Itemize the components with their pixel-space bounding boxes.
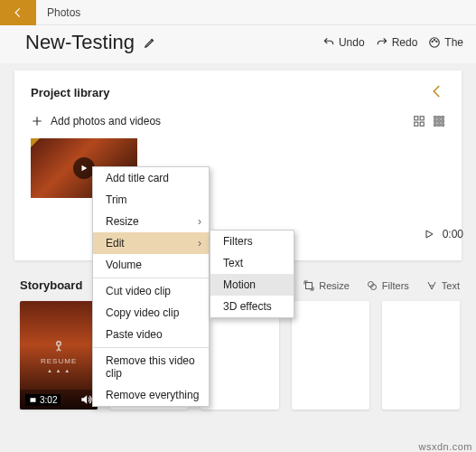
story-text-label: Text <box>442 280 460 291</box>
menu-copy[interactable]: Copy video clip <box>93 302 209 324</box>
watermark: wsxdn.com <box>418 441 472 452</box>
menu-edit[interactable]: Edit <box>93 232 209 254</box>
palette-icon <box>428 36 441 49</box>
menu-paste[interactable]: Paste video <box>93 324 209 345</box>
menu-cut[interactable]: Cut video clip <box>93 280 209 302</box>
svg-point-21 <box>57 341 61 345</box>
svg-rect-4 <box>415 117 418 120</box>
menu-remove-all[interactable]: Remove everything <box>93 384 209 406</box>
svg-point-2 <box>434 40 435 41</box>
context-submenu: Filters Text Motion 3D effects <box>210 230 294 318</box>
resize-icon <box>303 279 315 292</box>
context-menu: Add title card Trim Resize Edit Volume C… <box>92 166 210 407</box>
menu-resize[interactable]: Resize <box>93 211 209 232</box>
add-media-label: Add photos and videos <box>51 115 161 127</box>
rename-icon[interactable] <box>144 36 156 49</box>
svg-rect-9 <box>438 117 440 118</box>
collapse-icon[interactable] <box>429 83 445 102</box>
svg-point-3 <box>436 41 437 42</box>
svg-rect-12 <box>438 120 440 122</box>
menu-trim[interactable]: Trim <box>93 189 209 211</box>
preview-time: 0:00 <box>443 228 463 240</box>
svg-rect-18 <box>306 282 313 288</box>
svg-rect-7 <box>420 122 424 126</box>
add-media-button[interactable]: Add photos and videos <box>31 115 161 127</box>
redo-icon <box>376 36 388 49</box>
submenu-text[interactable]: Text <box>210 252 294 274</box>
theme-label: The <box>444 36 463 49</box>
text-icon <box>425 279 438 292</box>
svg-point-1 <box>432 41 433 42</box>
svg-rect-6 <box>415 122 418 126</box>
submenu-3d-effects[interactable]: 3D effects <box>210 296 294 317</box>
app-title: Photos <box>36 6 80 19</box>
svg-rect-11 <box>434 120 436 122</box>
submenu-filters[interactable]: Filters <box>210 231 294 252</box>
menu-add-title-card[interactable]: Add title card <box>93 167 209 189</box>
clip-overlay: RESUME ▲ ▲ ▲ <box>20 301 98 410</box>
submenu-motion[interactable]: Motion <box>210 274 294 296</box>
svg-rect-10 <box>442 117 443 118</box>
back-button[interactable] <box>0 0 36 25</box>
story-resize-button[interactable]: Resize <box>303 279 350 292</box>
svg-rect-14 <box>434 124 436 126</box>
story-resize-label: Resize <box>319 280 350 291</box>
menu-volume[interactable]: Volume <box>93 254 209 276</box>
filters-icon <box>366 279 378 292</box>
svg-rect-13 <box>442 120 443 122</box>
story-filters-button[interactable]: Filters <box>366 279 409 292</box>
svg-rect-5 <box>420 117 424 120</box>
redo-label: Redo <box>392 36 418 49</box>
theme-button[interactable]: The <box>428 36 463 49</box>
grid-large-icon[interactable] <box>413 115 425 127</box>
library-title: Project library <box>31 86 109 99</box>
redo-button[interactable]: Redo <box>376 36 418 49</box>
svg-rect-16 <box>442 124 443 126</box>
storyboard-empty-slot[interactable] <box>292 301 369 410</box>
plus-icon <box>31 115 43 127</box>
grid-small-icon[interactable] <box>433 115 445 127</box>
preview-play-icon[interactable] <box>423 228 435 240</box>
project-name: New-Testing <box>25 31 135 54</box>
storyboard-title: Storyboard <box>20 278 82 292</box>
storyboard-clip[interactable]: RESUME ▲ ▲ ▲ 3:02 <box>20 301 98 410</box>
svg-rect-8 <box>434 117 436 118</box>
undo-button[interactable]: Undo <box>322 36 365 49</box>
story-text-button[interactable]: Text <box>425 279 460 292</box>
story-filters-label: Filters <box>382 280 409 291</box>
undo-label: Undo <box>339 36 365 49</box>
storyboard-empty-slot[interactable] <box>382 301 460 410</box>
svg-rect-15 <box>438 124 440 126</box>
undo-icon <box>322 36 335 49</box>
menu-remove-clip[interactable]: Remove this video clip <box>93 350 209 384</box>
